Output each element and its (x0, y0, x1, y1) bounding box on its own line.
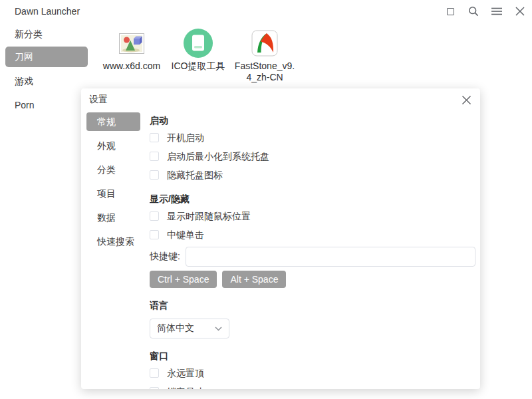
close-icon (515, 7, 525, 16)
sidebar-item-daowang[interactable]: 刀网 (5, 47, 88, 67)
checkbox-box[interactable] (150, 211, 159, 221)
launcher-item-website[interactable]: www.x6d.com (98, 27, 165, 83)
section-title-startup: 启动 (150, 114, 475, 127)
checkbox-label: 开机启动 (167, 131, 204, 144)
checkbox-box[interactable] (150, 170, 159, 180)
close-window-button[interactable] (515, 6, 525, 17)
faststone-icon (251, 30, 278, 57)
checkbox-box[interactable] (150, 152, 159, 161)
checkbox-lock-size[interactable]: 锁定尺寸 (150, 385, 475, 389)
maximize-icon (447, 8, 454, 15)
ico-extract-icon (183, 28, 213, 59)
search-button[interactable] (468, 6, 479, 17)
tab-data[interactable]: 数据 (86, 208, 140, 227)
image-picture-icon (119, 33, 144, 54)
settings-dialog-title: 设置 (89, 94, 108, 106)
checkbox-box[interactable] (150, 368, 159, 378)
settings-tab-column: 常规 外观 分类 项目 数据 快速搜索 (81, 108, 150, 389)
hamburger-menu-icon (491, 7, 502, 16)
checkbox-minimize-to-tray-on-start[interactable]: 启动后最小化到系统托盘 (150, 150, 475, 163)
menu-button[interactable] (491, 6, 502, 17)
checkbox-follow-mouse-position[interactable]: 显示时跟随鼠标位置 (150, 209, 475, 223)
ctrl-space-button[interactable]: Ctrl + Space (150, 271, 217, 288)
launcher-item-label: ICO提取工具 (166, 61, 230, 72)
language-select[interactable]: 简体中文 (150, 319, 229, 338)
checkbox-always-on-top[interactable]: 永远置顶 (150, 366, 475, 380)
settings-dialog: 设置 常规 外观 分类 项目 数据 快速搜索 启动 开机启动 启动后最小化到系统… (81, 88, 480, 389)
app-title: Dawn Launcher (15, 6, 80, 17)
tab-category[interactable]: 分类 (86, 160, 140, 179)
sidebar-item-new-category[interactable]: 新分类 (5, 24, 88, 45)
alt-space-button[interactable]: Alt + Space (222, 271, 286, 288)
launcher-item-label: FastStone_v9.4_zh-CN (233, 61, 297, 83)
window-controls (445, 5, 525, 17)
tab-appearance[interactable]: 外观 (86, 136, 140, 155)
launcher-item-label: www.x6d.com (100, 61, 164, 72)
sidebar-item-porn[interactable]: Porn (5, 95, 88, 116)
checkbox-label: 启动后最小化到系统托盘 (167, 150, 269, 163)
checkbox-hide-tray-icon[interactable]: 隐藏托盘图标 (150, 168, 475, 182)
search-icon (468, 6, 479, 17)
checkbox-middle-click[interactable]: 中键单击 (150, 228, 475, 241)
language-select-value: 简体中文 (157, 323, 215, 334)
section-title-language: 语言 (150, 299, 475, 312)
checkbox-label: 永远置顶 (167, 366, 204, 380)
checkbox-label: 中键单击 (167, 228, 204, 241)
settings-general-panel: 启动 开机启动 启动后最小化到系统托盘 隐藏托盘图标 显示/隐藏 显示时跟随鼠标… (150, 108, 480, 389)
launcher-item-grid: www.x6d.com ICO提取工具 FastStone_v9.4_zh-CN (98, 27, 298, 83)
checkbox-run-at-startup[interactable]: 开机启动 (150, 131, 475, 144)
checkbox-label: 锁定尺寸 (167, 385, 204, 389)
maximize-button[interactable] (445, 6, 456, 17)
checkbox-box[interactable] (150, 230, 159, 239)
chevron-down-icon (215, 327, 222, 331)
tab-general[interactable]: 常规 (86, 112, 140, 131)
checkbox-label: 显示时跟随鼠标位置 (167, 209, 251, 223)
hotkey-row: 快捷键: (150, 247, 475, 267)
hotkey-input[interactable] (186, 247, 475, 267)
checkbox-box[interactable] (150, 133, 159, 142)
sidebar-item-games[interactable]: 游戏 (5, 71, 88, 92)
checkbox-label: 隐藏托盘图标 (167, 168, 223, 182)
checkbox-box[interactable] (150, 387, 159, 389)
close-icon (462, 96, 471, 104)
tab-quick-search[interactable]: 快速搜索 (86, 232, 140, 251)
section-title-show-hide: 显示/隐藏 (150, 192, 475, 205)
launcher-item-ico-tool[interactable]: ICO提取工具 (165, 27, 231, 83)
hotkey-preset-buttons: Ctrl + Space Alt + Space (150, 271, 475, 288)
hotkey-label: 快捷键: (150, 251, 180, 263)
launcher-item-faststone[interactable]: FastStone_v9.4_zh-CN (231, 27, 298, 83)
settings-close-button[interactable] (461, 94, 471, 105)
section-title-window: 窗口 (150, 349, 475, 362)
tab-items[interactable]: 项目 (86, 184, 140, 203)
